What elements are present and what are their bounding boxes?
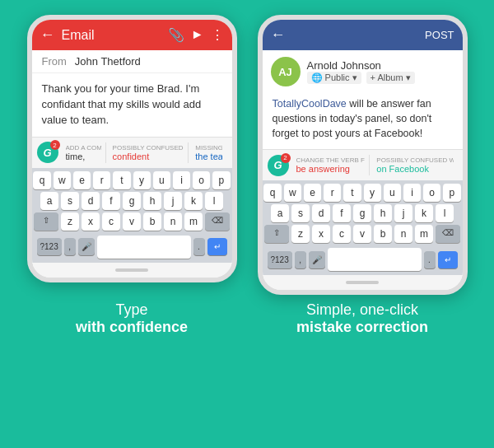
key-e[interactable]: e [73, 171, 91, 189]
fb-user-info: Arnold Johnson 🌐 Public ▾ + Album ▾ [307, 59, 415, 84]
key-j[interactable]: j [164, 192, 182, 210]
back-arrow-icon[interactable]: ← [40, 26, 55, 44]
key-r-backspace[interactable]: ⌫ [436, 225, 460, 243]
key-r-n[interactable]: n [394, 225, 412, 243]
key-backspace[interactable]: ⌫ [205, 212, 230, 231]
grammarly-logo-right[interactable]: G 2 [268, 155, 289, 176]
key-g[interactable]: g [123, 192, 141, 210]
phone-bottom-bar-right [263, 275, 463, 290]
key-r-space[interactable] [328, 248, 422, 271]
key-r-i[interactable]: i [403, 184, 421, 202]
fb-privacy[interactable]: 🌐 Public ▾ [307, 72, 361, 84]
key-a[interactable]: a [40, 192, 58, 210]
key-r-f[interactable]: f [333, 204, 351, 222]
key-x[interactable]: x [82, 212, 100, 231]
key-mic[interactable]: 🎤 [78, 238, 95, 255]
key-r-j[interactable]: j [394, 204, 412, 222]
key-r-d[interactable]: d [312, 204, 330, 222]
key-comma[interactable]: , [64, 238, 76, 255]
fb-user-name: Arnold Johnson [307, 59, 415, 72]
key-p[interactable]: p [212, 171, 230, 189]
key-sym[interactable]: ?123 [37, 238, 62, 255]
keyboard-left: q w e r t y u i o p a s d f g h [32, 168, 232, 263]
phones-row: ← Email 📎 ► ⋮ From John Thetford Thank y… [0, 0, 494, 295]
key-r-q[interactable]: q [263, 184, 281, 202]
suggestion-label-1: ADD A COMMA [66, 144, 101, 152]
key-r-v[interactable]: v [353, 225, 371, 243]
fb-back-arrow-icon[interactable]: ← [271, 26, 286, 44]
key-r-s[interactable]: s [291, 204, 310, 222]
key-r-shift[interactable]: ⇧ [264, 225, 289, 243]
key-r[interactable]: r [93, 171, 110, 189]
attachment-icon[interactable]: 📎 [168, 27, 184, 43]
fb-body[interactable]: TotallyCoolDave will be answer fan quest… [263, 93, 463, 149]
key-b[interactable]: b [143, 212, 161, 231]
email-body-text: Thank you for your time Brad. I'm confid… [42, 82, 202, 126]
key-r-u[interactable]: u [384, 184, 401, 202]
key-f[interactable]: f [102, 192, 120, 210]
key-space[interactable] [97, 236, 191, 259]
key-u[interactable]: u [153, 171, 170, 189]
key-q[interactable]: q [33, 171, 50, 189]
key-v[interactable]: v [123, 212, 141, 231]
caption-left: Type with confidence [21, 301, 243, 336]
send-icon[interactable]: ► [191, 27, 204, 43]
key-c[interactable]: c [102, 212, 120, 231]
key-r-l[interactable]: l [436, 204, 454, 222]
key-r-p[interactable]: p [443, 184, 460, 202]
suggestion-r-2[interactable]: POSSIBLY CONFUSED WORD on Facebook [372, 155, 457, 175]
key-s[interactable]: s [61, 192, 79, 210]
suggestion-1[interactable]: ADD A COMMA time, [62, 142, 106, 163]
key-h[interactable]: h [143, 192, 161, 210]
email-body[interactable]: Thank you for your time Brad. I'm confid… [32, 73, 232, 137]
home-indicator-right [346, 281, 379, 284]
key-r-enter[interactable]: ↵ [438, 251, 458, 268]
key-r-y[interactable]: y [364, 184, 381, 202]
key-r-a[interactable]: a [271, 204, 289, 222]
key-r-w[interactable]: w [284, 184, 301, 202]
key-r-h[interactable]: h [374, 204, 392, 222]
key-l[interactable]: l [205, 192, 223, 210]
key-row-2: a s d f g h j k l [34, 192, 231, 210]
fb-user-meta: 🌐 Public ▾ + Album ▾ [307, 72, 415, 84]
key-r-c[interactable]: c [333, 225, 351, 243]
key-r-g[interactable]: g [353, 204, 371, 222]
more-icon[interactable]: ⋮ [211, 27, 224, 43]
key-r-sym[interactable]: ?123 [268, 251, 292, 268]
fb-body-link: TotallyCoolDave [273, 98, 347, 110]
key-t[interactable]: t [113, 171, 130, 189]
key-i[interactable]: i [173, 171, 190, 189]
suggestion-r-1[interactable]: CHANGE THE VERB FORM be answering [292, 155, 370, 175]
grammarly-logo-left[interactable]: G 2 [37, 142, 58, 163]
key-o[interactable]: o [193, 171, 210, 189]
key-y[interactable]: y [133, 171, 151, 189]
suggestion-value-3: the tea [195, 152, 222, 161]
email-from-row: From John Thetford [32, 50, 232, 73]
key-z[interactable]: z [61, 212, 79, 231]
key-m[interactable]: m [184, 212, 203, 231]
key-r-e[interactable]: e [304, 184, 321, 202]
key-r-z[interactable]: z [291, 225, 310, 243]
grammarly-g-left: G [43, 147, 51, 159]
key-r-t[interactable]: t [343, 184, 361, 202]
key-w[interactable]: w [54, 171, 71, 189]
fb-album[interactable]: + Album ▾ [366, 72, 415, 84]
key-r-comma[interactable]: , [295, 251, 306, 268]
key-r-m[interactable]: m [415, 225, 433, 243]
key-n[interactable]: n [164, 212, 182, 231]
key-r-b[interactable]: b [374, 225, 392, 243]
suggestion-2[interactable]: POSSIBLY CONFUSED WORD confident [109, 142, 189, 163]
key-r-k[interactable]: k [415, 204, 433, 222]
key-d[interactable]: d [82, 192, 100, 210]
key-shift[interactable]: ⇧ [34, 212, 58, 231]
key-r-r[interactable]: r [324, 184, 341, 202]
suggestion-3[interactable]: MISSING W the tea [191, 142, 226, 163]
key-r-x[interactable]: x [312, 225, 330, 243]
key-r-o[interactable]: o [423, 184, 440, 202]
fb-post-button[interactable]: POST [425, 29, 454, 41]
key-enter[interactable]: ↵ [207, 238, 227, 255]
key-period[interactable]: . [193, 238, 205, 255]
key-k[interactable]: k [184, 192, 203, 210]
key-r-period[interactable]: . [424, 251, 436, 268]
key-r-mic[interactable]: 🎤 [309, 251, 325, 268]
